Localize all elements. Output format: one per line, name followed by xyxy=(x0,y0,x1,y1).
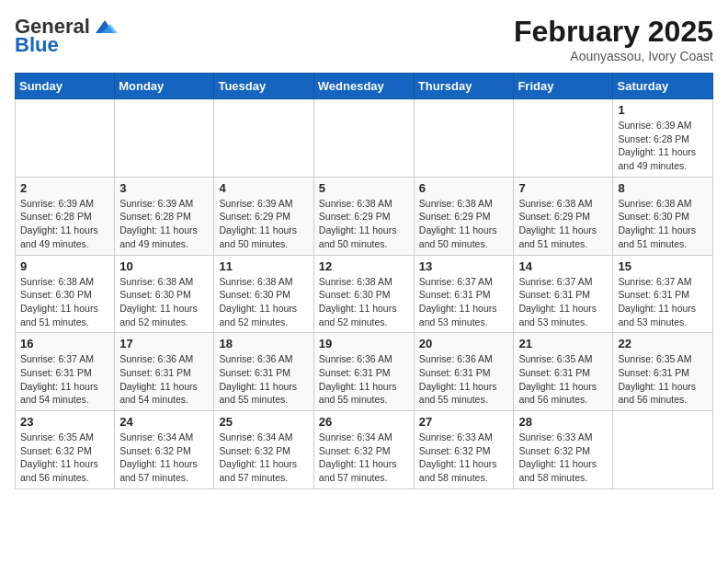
day-info: Sunrise: 6:35 AM Sunset: 6:31 PM Dayligh… xyxy=(618,352,708,407)
location: Aounyassou, Ivory Coast xyxy=(514,49,713,63)
calendar-cell: 24Sunrise: 6:34 AM Sunset: 6:32 PM Dayli… xyxy=(115,411,214,489)
day-number: 5 xyxy=(319,181,409,195)
calendar-cell xyxy=(613,411,713,489)
day-number: 10 xyxy=(119,259,209,273)
calendar-cell: 12Sunrise: 6:38 AM Sunset: 6:30 PM Dayli… xyxy=(313,255,414,333)
calendar-cell: 14Sunrise: 6:37 AM Sunset: 6:31 PM Dayli… xyxy=(514,255,613,333)
calendar-cell: 15Sunrise: 6:37 AM Sunset: 6:31 PM Dayli… xyxy=(613,255,713,333)
month-title: February 2025 xyxy=(514,15,713,49)
calendar-cell xyxy=(16,99,115,178)
day-info: Sunrise: 6:38 AM Sunset: 6:29 PM Dayligh… xyxy=(419,197,509,251)
day-number: 12 xyxy=(319,259,409,273)
calendar-cell: 19Sunrise: 6:36 AM Sunset: 6:31 PM Dayli… xyxy=(313,333,414,411)
day-info: Sunrise: 6:37 AM Sunset: 6:31 PM Dayligh… xyxy=(20,352,109,407)
day-number: 1 xyxy=(618,103,708,117)
day-number: 21 xyxy=(518,337,608,350)
day-number: 23 xyxy=(20,415,109,429)
day-info: Sunrise: 6:36 AM Sunset: 6:31 PM Dayligh… xyxy=(219,352,308,407)
calendar-cell: 10Sunrise: 6:38 AM Sunset: 6:30 PM Dayli… xyxy=(115,255,214,333)
calendar-cell: 3Sunrise: 6:39 AM Sunset: 6:28 PM Daylig… xyxy=(115,177,214,255)
weekday-header-sunday: Sunday xyxy=(16,74,115,99)
calendar-cell: 17Sunrise: 6:36 AM Sunset: 6:31 PM Dayli… xyxy=(115,333,214,411)
day-info: Sunrise: 6:37 AM Sunset: 6:31 PM Dayligh… xyxy=(518,275,608,329)
calendar-cell: 2Sunrise: 6:39 AM Sunset: 6:28 PM Daylig… xyxy=(16,177,115,255)
calendar-cell: 26Sunrise: 6:34 AM Sunset: 6:32 PM Dayli… xyxy=(313,411,414,489)
day-number: 15 xyxy=(618,259,708,273)
logo-blue: Blue xyxy=(15,33,59,57)
day-info: Sunrise: 6:36 AM Sunset: 6:31 PM Dayligh… xyxy=(419,352,509,407)
calendar-cell xyxy=(214,99,313,178)
calendar-cell: 6Sunrise: 6:38 AM Sunset: 6:29 PM Daylig… xyxy=(414,177,514,255)
day-number: 8 xyxy=(618,181,708,195)
day-info: Sunrise: 6:38 AM Sunset: 6:30 PM Dayligh… xyxy=(219,275,308,329)
calendar-cell: 4Sunrise: 6:39 AM Sunset: 6:29 PM Daylig… xyxy=(214,177,313,255)
day-number: 14 xyxy=(518,259,608,273)
day-number: 18 xyxy=(219,337,308,350)
day-number: 4 xyxy=(219,181,308,195)
day-number: 6 xyxy=(419,181,509,195)
day-info: Sunrise: 6:39 AM Sunset: 6:28 PM Dayligh… xyxy=(20,197,109,251)
calendar-cell: 21Sunrise: 6:35 AM Sunset: 6:31 PM Dayli… xyxy=(514,333,613,411)
day-number: 24 xyxy=(119,415,209,429)
day-info: Sunrise: 6:33 AM Sunset: 6:32 PM Dayligh… xyxy=(518,431,608,485)
day-number: 16 xyxy=(20,337,109,350)
calendar-cell xyxy=(514,99,613,178)
calendar-cell: 27Sunrise: 6:33 AM Sunset: 6:32 PM Dayli… xyxy=(414,411,514,489)
day-number: 28 xyxy=(518,415,608,429)
day-info: Sunrise: 6:34 AM Sunset: 6:32 PM Dayligh… xyxy=(119,431,209,485)
day-info: Sunrise: 6:39 AM Sunset: 6:29 PM Dayligh… xyxy=(219,197,308,251)
day-number: 20 xyxy=(419,337,509,350)
title-section: February 2025 Aounyassou, Ivory Coast xyxy=(514,15,713,63)
day-info: Sunrise: 6:38 AM Sunset: 6:30 PM Dayligh… xyxy=(119,275,209,329)
calendar-cell: 9Sunrise: 6:38 AM Sunset: 6:30 PM Daylig… xyxy=(16,255,115,333)
day-info: Sunrise: 6:34 AM Sunset: 6:32 PM Dayligh… xyxy=(219,431,308,485)
day-info: Sunrise: 6:33 AM Sunset: 6:32 PM Dayligh… xyxy=(419,431,509,485)
logo-icon xyxy=(92,17,118,37)
calendar-cell: 23Sunrise: 6:35 AM Sunset: 6:32 PM Dayli… xyxy=(16,411,115,489)
calendar-cell: 16Sunrise: 6:37 AM Sunset: 6:31 PM Dayli… xyxy=(16,333,115,411)
calendar-cell: 13Sunrise: 6:37 AM Sunset: 6:31 PM Dayli… xyxy=(414,255,514,333)
day-info: Sunrise: 6:34 AM Sunset: 6:32 PM Dayligh… xyxy=(319,431,409,485)
calendar-cell: 25Sunrise: 6:34 AM Sunset: 6:32 PM Dayli… xyxy=(214,411,313,489)
day-number: 3 xyxy=(119,181,209,195)
weekday-header-friday: Friday xyxy=(514,74,613,99)
calendar-cell xyxy=(115,99,214,178)
calendar-cell: 28Sunrise: 6:33 AM Sunset: 6:32 PM Dayli… xyxy=(514,411,613,489)
day-info: Sunrise: 6:38 AM Sunset: 6:30 PM Dayligh… xyxy=(20,275,109,329)
day-number: 11 xyxy=(219,259,308,273)
weekday-header-wednesday: Wednesday xyxy=(313,74,414,99)
day-info: Sunrise: 6:37 AM Sunset: 6:31 PM Dayligh… xyxy=(618,275,708,329)
day-number: 22 xyxy=(618,337,708,350)
day-info: Sunrise: 6:38 AM Sunset: 6:30 PM Dayligh… xyxy=(319,275,409,329)
day-number: 26 xyxy=(319,415,409,429)
calendar-cell xyxy=(414,99,514,178)
calendar-cell xyxy=(313,99,414,178)
day-info: Sunrise: 6:39 AM Sunset: 6:28 PM Dayligh… xyxy=(618,119,708,173)
calendar-cell: 5Sunrise: 6:38 AM Sunset: 6:29 PM Daylig… xyxy=(313,177,414,255)
calendar-cell: 8Sunrise: 6:38 AM Sunset: 6:30 PM Daylig… xyxy=(613,177,713,255)
day-info: Sunrise: 6:38 AM Sunset: 6:30 PM Dayligh… xyxy=(618,197,708,251)
calendar-cell: 7Sunrise: 6:38 AM Sunset: 6:29 PM Daylig… xyxy=(514,177,613,255)
calendar-cell: 22Sunrise: 6:35 AM Sunset: 6:31 PM Dayli… xyxy=(613,333,713,411)
day-info: Sunrise: 6:36 AM Sunset: 6:31 PM Dayligh… xyxy=(319,352,409,407)
weekday-header-tuesday: Tuesday xyxy=(214,74,313,99)
day-number: 7 xyxy=(518,181,608,195)
calendar-cell: 18Sunrise: 6:36 AM Sunset: 6:31 PM Dayli… xyxy=(214,333,313,411)
weekday-header-saturday: Saturday xyxy=(613,74,713,99)
day-info: Sunrise: 6:37 AM Sunset: 6:31 PM Dayligh… xyxy=(419,275,509,329)
day-number: 9 xyxy=(20,259,109,273)
calendar-cell: 20Sunrise: 6:36 AM Sunset: 6:31 PM Dayli… xyxy=(414,333,514,411)
logo: General Blue xyxy=(15,15,118,57)
weekday-header-thursday: Thursday xyxy=(414,74,514,99)
day-number: 2 xyxy=(20,181,109,195)
day-info: Sunrise: 6:39 AM Sunset: 6:28 PM Dayligh… xyxy=(119,197,209,251)
day-info: Sunrise: 6:38 AM Sunset: 6:29 PM Dayligh… xyxy=(518,197,608,251)
day-number: 13 xyxy=(419,259,509,273)
weekday-header-monday: Monday xyxy=(115,74,214,99)
day-info: Sunrise: 6:35 AM Sunset: 6:32 PM Dayligh… xyxy=(20,431,109,485)
day-number: 17 xyxy=(119,337,209,350)
day-info: Sunrise: 6:35 AM Sunset: 6:31 PM Dayligh… xyxy=(518,352,608,407)
day-number: 19 xyxy=(319,337,409,350)
calendar-cell: 1Sunrise: 6:39 AM Sunset: 6:28 PM Daylig… xyxy=(613,99,713,178)
day-number: 27 xyxy=(419,415,509,429)
